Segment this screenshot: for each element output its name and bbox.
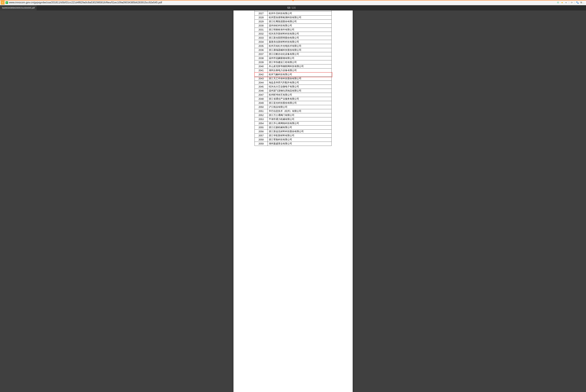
url-field[interactable]: www.innocom.gov.cn/gxjsqyrdw/zsa/201811/… bbox=[9, 1, 557, 4]
favorite-icon[interactable]: ★ bbox=[561, 1, 563, 4]
secure-site-icon: ✓ bbox=[5, 1, 8, 4]
company-name: 浙江开心果网络科技有限公司 bbox=[268, 122, 331, 126]
company-name: 海盐县华昇汽车配件有限公司 bbox=[268, 81, 331, 85]
row-index: 2056 bbox=[255, 130, 268, 134]
table-row: 2055浙江亿森机械有限公司 bbox=[255, 126, 331, 130]
company-name: 杭州普洛赛斯检测科技有限公司 bbox=[268, 16, 331, 20]
row-index: 2033 bbox=[255, 36, 268, 40]
table-row: 2027杭州牛贝科技有限公司 bbox=[255, 12, 331, 16]
company-name: 浙江亚光科技股份有限公司 bbox=[268, 101, 331, 105]
company-name: 浙江亿森机械有限公司 bbox=[268, 126, 331, 130]
translate-icon[interactable]: ㊕ bbox=[557, 1, 559, 4]
company-name: 浙江华东建设工程有限公司 bbox=[268, 60, 331, 64]
table-row: 2030温州倬屹科技有限公司 bbox=[255, 24, 331, 28]
pdf-viewport[interactable]: 2027杭州牛贝科技有限公司2028杭州普洛赛斯检测科技有限公司2029浙江红鹰… bbox=[0, 10, 586, 392]
row-index: 2029 bbox=[255, 20, 268, 24]
table-row: 2039浙江华东建设工程有限公司 bbox=[255, 60, 331, 64]
user-label[interactable]: 张… bbox=[580, 1, 584, 4]
table-row: 2051辛巴信息技术（杭州）有限公司 bbox=[255, 109, 331, 113]
row-index: 2049 bbox=[255, 101, 268, 105]
row-index: 2044 bbox=[255, 81, 268, 85]
row-index: 2050 bbox=[255, 105, 268, 109]
row-index: 2035 bbox=[255, 44, 268, 48]
row-index: 2032 bbox=[255, 32, 268, 36]
company-name: 浙江新远见材料科技股份有限公司 bbox=[268, 130, 331, 134]
row-index: 2028 bbox=[255, 16, 268, 20]
row-index: 2037 bbox=[255, 52, 268, 56]
table-row: 2043浙江天乙环保科技股份有限公司 bbox=[255, 77, 331, 81]
back-button[interactable]: ‹ bbox=[0, 0, 5, 5]
row-index: 2036 bbox=[255, 48, 268, 52]
company-name: 浙江明泰标准件有限公司 bbox=[268, 28, 331, 32]
table-row: 2050沪江线业有限公司 bbox=[255, 105, 331, 109]
pdf-tab[interactable]: 9a09034385b6283915cc92e545.pdf bbox=[0, 5, 37, 10]
total-pages: 115 bbox=[292, 6, 296, 9]
table-row: 2031浙江明泰标准件有限公司 bbox=[255, 28, 331, 32]
table-row: 2033浙江新光阳照明股份有限公司 bbox=[255, 36, 331, 40]
table-row: 2041湖州吉泰电力设备有限公司 bbox=[255, 68, 331, 72]
row-index: 2047 bbox=[255, 93, 268, 97]
row-index: 2038 bbox=[255, 56, 268, 60]
company-name: 湖州嘉盛茶业有限公司 bbox=[268, 142, 331, 146]
browser-right-icons: ㊕ ★ ▾ ⟳ 🐾 张… bbox=[557, 1, 586, 4]
company-name: 舟山麦克斯韦物联网科技有限公司 bbox=[268, 64, 331, 68]
company-name: 浙江省通信产业服务有限公司 bbox=[268, 97, 331, 101]
table-row: 2028杭州普洛赛斯检测科技有限公司 bbox=[255, 16, 331, 20]
table-row: 2029浙江红鹰集团股份有限公司 bbox=[255, 20, 331, 24]
row-index: 2031 bbox=[255, 28, 268, 32]
table-row: 2053平湖市通力机械有限公司 bbox=[255, 117, 331, 122]
dropdown-chevron-icon[interactable]: ▾ bbox=[565, 1, 568, 4]
separator bbox=[575, 1, 575, 4]
company-name: 浙江天乙环保科技股份有限公司 bbox=[268, 77, 331, 81]
company-name: 浙江华彩新材料有限公司 bbox=[268, 134, 331, 138]
reload-icon[interactable]: ⟳ bbox=[571, 1, 573, 4]
pdf-page: 2027杭州牛贝科技有限公司2028杭州普洛赛斯检测科技有限公司2029浙江红鹰… bbox=[233, 10, 353, 392]
company-name: 杭州天铂红外光电技术有限公司 bbox=[268, 44, 331, 48]
table-row: 2049浙江亚光科技股份有限公司 bbox=[255, 101, 331, 105]
table-row: 2058浙江零跑科技有限公司 bbox=[255, 138, 331, 142]
company-name: 杭州昕鸿布艺有限公司 bbox=[268, 93, 331, 97]
page-indicator[interactable]: 53 / 115 bbox=[287, 6, 299, 9]
company-name: 绍兴光大芯业微电子有限公司 bbox=[268, 85, 331, 89]
table-row: 2032绍兴东升新材料科技有限公司 bbox=[255, 32, 331, 36]
row-index: 2055 bbox=[255, 126, 268, 130]
company-name: 温州市冠豪眼镜有限公司 bbox=[268, 56, 331, 60]
row-index: 2046 bbox=[255, 89, 268, 93]
table-row: 2040舟山麦克斯韦物联网科技有限公司 bbox=[255, 64, 331, 68]
table-row: 2047杭州昕鸿布艺有限公司 bbox=[255, 93, 331, 97]
row-index: 2042 bbox=[255, 72, 268, 77]
table-row: 2035杭州天铂红外光电技术有限公司 bbox=[255, 44, 331, 48]
table-row: 2054浙江开心果网络科技有限公司 bbox=[255, 122, 331, 126]
company-name: 浙江万士通阀门有限公司 bbox=[268, 113, 331, 117]
separator bbox=[569, 1, 569, 4]
table-row: 2038温州市冠豪眼镜有限公司 bbox=[255, 56, 331, 60]
company-name: 杭州飞畅科技有限公司 bbox=[268, 72, 331, 77]
row-index: 2057 bbox=[255, 134, 268, 138]
table-row: 2048浙江省通信产业服务有限公司 bbox=[255, 97, 331, 101]
row-index: 2053 bbox=[255, 117, 268, 122]
row-index: 2043 bbox=[255, 77, 268, 81]
row-index: 2045 bbox=[255, 85, 268, 89]
table-row: 2059湖州嘉盛茶业有限公司 bbox=[255, 142, 331, 146]
row-index: 2051 bbox=[255, 109, 268, 113]
row-index: 2059 bbox=[255, 142, 268, 146]
pdf-toolbar: 9a09034385b6283915cc92e545.pdf 53 / 115 bbox=[0, 5, 586, 10]
row-index: 2041 bbox=[255, 68, 268, 72]
row-index: 2034 bbox=[255, 40, 268, 44]
company-name: 杭州牛贝科技有限公司 bbox=[268, 12, 331, 16]
row-index: 2027 bbox=[255, 12, 268, 16]
current-page-number[interactable]: 53 bbox=[287, 6, 290, 9]
row-index: 2058 bbox=[255, 138, 268, 142]
company-name: 湖州吉泰电力设备有限公司 bbox=[268, 68, 331, 72]
company-name: 绍兴东升新材料科技有限公司 bbox=[268, 32, 331, 36]
company-name: 温州倬屹科技有限公司 bbox=[268, 24, 331, 28]
row-index: 2048 bbox=[255, 97, 268, 101]
company-name: 浙江新光阳照明股份有限公司 bbox=[268, 36, 331, 40]
baidu-paw-icon[interactable]: 🐾 bbox=[576, 1, 579, 4]
table-row: 2037浙江亿帆自动化设备有限公司 bbox=[255, 52, 331, 56]
table-row: 2056浙江新远见材料科技股份有限公司 bbox=[255, 130, 331, 134]
table-row: 2034嘉善东佳新材料科技有限公司 bbox=[255, 40, 331, 44]
row-index: 2040 bbox=[255, 64, 268, 68]
company-name: 浙江红鹰集团股份有限公司 bbox=[268, 20, 331, 24]
company-name: 嘉善东佳新材料科技有限公司 bbox=[268, 40, 331, 44]
